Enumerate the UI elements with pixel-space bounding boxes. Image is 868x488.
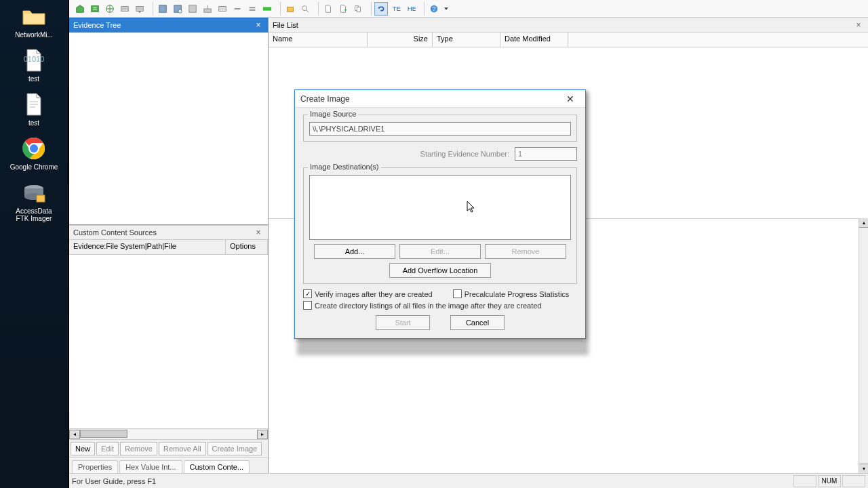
file-list-columns: Name Size Type Date Modified	[269, 33, 868, 47]
svg-rect-6	[37, 195, 45, 202]
dialog-body: Image Source Starting Evidence Number: I…	[295, 108, 585, 338]
scroll-down-icon[interactable]: ▾	[859, 464, 868, 473]
tb-zoom-icon[interactable]	[298, 2, 312, 16]
desktop-icon-test2[interactable]: test	[9, 91, 58, 127]
desktop-icon-networkminer[interactable]: NetworkMi...	[9, 3, 58, 39]
evidence-tree-header[interactable]: Evidence Tree ×	[69, 18, 268, 33]
destination-buttons: Add... Edit... Remove	[309, 244, 571, 259]
col-evidence[interactable]: Evidence:File System|Path|File	[69, 240, 226, 254]
col-name[interactable]: Name	[269, 33, 368, 47]
svg-text:?: ?	[432, 4, 435, 12]
close-icon[interactable]: ×	[253, 20, 264, 30]
tb-new-doc-icon[interactable]	[321, 2, 335, 16]
svg-text:TEXT: TEXT	[393, 4, 401, 12]
tb-export-icon[interactable]	[216, 2, 229, 16]
v-scrollbar[interactable]: ▴ ▾	[859, 218, 868, 473]
create-image-button: Create Image	[208, 442, 262, 455]
ftk-icon	[20, 179, 47, 206]
tb-add-evidence-icon[interactable]	[73, 2, 87, 16]
dialog-titlebar[interactable]: Create Image ✕	[295, 90, 585, 108]
scroll-up-icon[interactable]: ▴	[859, 218, 868, 228]
custom-sources-list[interactable]	[69, 255, 268, 428]
textfile-icon: 01010	[20, 47, 47, 74]
tb-open-box-icon[interactable]	[283, 2, 297, 16]
tb-equals-icon[interactable]	[245, 2, 259, 16]
tb-link-icon[interactable]	[374, 2, 388, 16]
col-type[interactable]: Type	[433, 33, 500, 47]
close-icon[interactable]: ✕	[561, 92, 580, 106]
starting-evidence-input[interactable]	[515, 147, 577, 161]
precalc-checkbox[interactable]	[453, 289, 462, 298]
svg-rect-15	[204, 9, 212, 12]
scroll-track[interactable]	[80, 430, 257, 439]
status-num: NUM	[818, 475, 841, 487]
col-spacer	[568, 33, 868, 47]
col-options[interactable]: Options	[226, 240, 268, 254]
tb-green-strip-icon[interactable]	[260, 2, 274, 16]
chrome-icon	[20, 135, 47, 162]
tb-doc-multi-icon[interactable]	[351, 2, 365, 16]
verify-checkbox[interactable]	[303, 289, 312, 298]
tab-properties[interactable]: Properties	[72, 460, 118, 473]
custom-sources-panel: Custom Content Sources × Evidence:File S…	[69, 225, 268, 473]
new-button[interactable]: New	[71, 442, 95, 455]
scroll-thumb[interactable]	[80, 430, 127, 438]
desktop-icon-ftk[interactable]: AccessData FTK Imager	[9, 179, 58, 222]
svg-rect-10	[136, 6, 144, 11]
evidence-tree-body[interactable]	[69, 33, 268, 224]
start-button: Start	[376, 315, 430, 330]
tab-hex[interactable]: Hex Value Int...	[119, 460, 182, 473]
svg-point-19	[302, 5, 307, 10]
tb-image-mount-icon[interactable]	[118, 2, 132, 16]
tb-help-icon[interactable]: ?	[427, 2, 441, 16]
scroll-right-icon[interactable]: ▸	[257, 430, 268, 439]
status-message: For User Guide, press F1	[72, 477, 792, 485]
remove-button: Remove	[120, 442, 157, 455]
statusbar: For User Guide, press F1 NUM	[69, 473, 868, 488]
scroll-left-icon[interactable]: ◂	[69, 430, 80, 439]
tb-disk-eject-icon[interactable]	[186, 2, 199, 16]
destination-list[interactable]	[309, 175, 571, 240]
file-list-header[interactable]: File List ×	[269, 18, 868, 33]
toolbar-separator	[277, 2, 281, 16]
image-destination-legend: Image Destination(s)	[308, 163, 381, 171]
close-icon[interactable]: ×	[253, 227, 264, 238]
folder-icon	[20, 3, 47, 30]
desktop-icon-label: Google Chrome	[10, 163, 58, 171]
cancel-button[interactable]: Cancel	[450, 315, 505, 330]
tb-hex-mode-icon[interactable]: HEX	[404, 2, 418, 16]
tb-doc-add-icon[interactable]	[336, 2, 350, 16]
dirlist-row: Create directory listings of all files i…	[303, 301, 577, 310]
custom-sources-header[interactable]: Custom Content Sources ×	[69, 225, 268, 240]
tb-capture-icon[interactable]	[201, 2, 214, 16]
col-size[interactable]: Size	[368, 33, 433, 47]
svg-rect-16	[219, 6, 226, 11]
evidence-tree-panel: Evidence Tree ×	[69, 18, 268, 225]
toolbar-separator	[149, 2, 153, 16]
bottom-tabs: Properties Hex Value Int... Custom Conte…	[69, 457, 268, 473]
toolbar-separator	[368, 2, 372, 16]
desktop-icon-test1[interactable]: 01010 test	[9, 47, 58, 83]
tb-detach-icon[interactable]	[231, 2, 244, 16]
add-overflow-button[interactable]: Add Overflow Location	[389, 263, 491, 278]
close-icon[interactable]: ×	[853, 20, 864, 30]
toolbar-separator	[420, 2, 425, 16]
verify-label: Verify images after they are created	[315, 290, 433, 298]
tb-text-mode-icon[interactable]: TEXT	[389, 2, 403, 16]
create-image-dialog: Create Image ✕ Image Source Starting Evi…	[294, 89, 586, 339]
tb-disk-info-icon[interactable]	[171, 2, 184, 16]
tb-image-mount2-icon[interactable]	[133, 2, 146, 16]
h-scrollbar[interactable]: ◂ ▸	[69, 428, 268, 439]
custom-sources-columns: Evidence:File System|Path|File Options	[69, 240, 268, 255]
tb-add-all-icon[interactable]	[88, 2, 102, 16]
tab-custom[interactable]: Custom Conte...	[184, 460, 250, 473]
dirlist-checkbox[interactable]	[303, 301, 312, 310]
tb-net-drive-icon[interactable]	[103, 2, 117, 16]
col-date[interactable]: Date Modified	[500, 33, 568, 47]
tb-dropdown-icon[interactable]	[442, 2, 450, 16]
desktop: NetworkMi... 01010 test test Google Chro…	[0, 0, 68, 488]
desktop-icon-chrome[interactable]: Google Chrome	[9, 135, 58, 171]
add-button[interactable]: Add...	[314, 244, 395, 259]
tb-disk-icon[interactable]	[156, 2, 170, 16]
svg-rect-11	[159, 5, 167, 12]
